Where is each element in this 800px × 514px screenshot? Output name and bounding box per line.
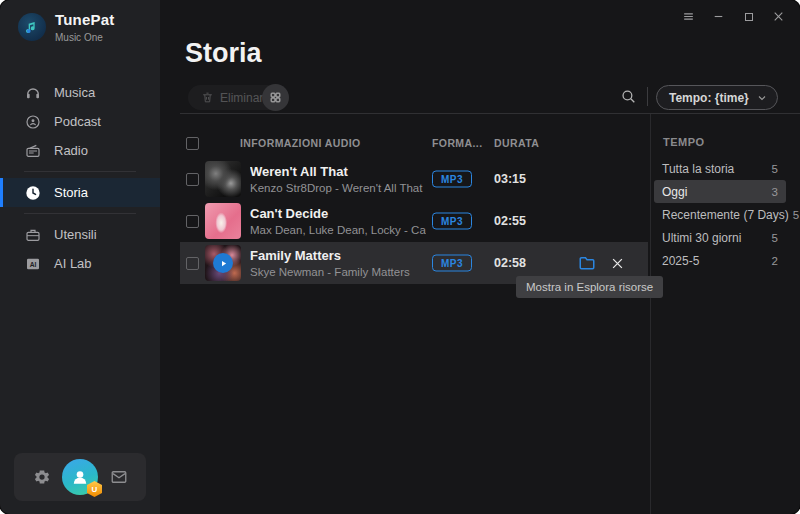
time-filter-count: 2 <box>772 255 778 267</box>
track-subtitle: Kenzo Str8Drop - Weren't All That <box>250 182 426 194</box>
row-checkbox[interactable] <box>186 173 199 186</box>
sidebar-item-ai-lab[interactable]: AI AI Lab <box>0 249 160 278</box>
grid-view-button[interactable] <box>262 84 289 111</box>
column-header-format[interactable]: FORMA... <box>432 137 482 149</box>
time-filter-count: 5 <box>793 209 799 221</box>
time-filter-all[interactable]: Tutta la storia 5 <box>654 157 786 180</box>
brand-product: Music One <box>55 32 114 43</box>
time-filter-dropdown[interactable]: Tempo: {time} <box>656 85 778 110</box>
toolbox-icon <box>24 226 41 243</box>
track-duration: 02:55 <box>494 214 526 228</box>
time-filter-count: 5 <box>772 163 778 175</box>
podcast-icon <box>24 113 41 130</box>
ai-lab-icon: AI <box>24 255 41 272</box>
table-row[interactable]: Can't Decide Max Dean, Luke Dean, Locky … <box>180 200 648 242</box>
format-badge: MP3 <box>432 255 472 272</box>
app-window: TunePat Music One Musica Podcast <box>0 0 800 514</box>
sidebar-nav: Musica Podcast Radio Storia <box>0 78 160 278</box>
track-subtitle: Max Dean, Luke Dean, Locky - Can't ... <box>250 224 426 236</box>
window-controls <box>681 9 786 24</box>
album-art <box>205 161 241 197</box>
time-filter-label: Recentemente (7 Days) <box>662 208 789 222</box>
brand-name: TunePat <box>55 11 114 28</box>
time-filter-list: Tutta la storia 5 Oggi 3 Recentemente (7… <box>650 157 800 272</box>
album-art <box>205 245 241 281</box>
table-row[interactable]: Weren't All That Kenzo Str8Drop - Weren'… <box>180 158 648 200</box>
sidebar-item-label: AI Lab <box>54 256 92 271</box>
chevron-down-icon <box>756 92 768 104</box>
sidebar-item-label: Radio <box>54 143 88 158</box>
sidebar-item-podcast[interactable]: Podcast <box>0 107 160 136</box>
brand: TunePat Music One <box>18 11 114 43</box>
radio-icon <box>24 142 41 159</box>
select-all-checkbox[interactable] <box>186 137 199 150</box>
search-icon[interactable] <box>620 88 637 105</box>
account-avatar[interactable]: U <box>62 459 98 495</box>
time-filter-value: Tempo: {time} <box>669 91 749 105</box>
sidebar-item-radio[interactable]: Radio <box>0 136 160 165</box>
tunepat-logo-icon <box>18 13 46 41</box>
format-badge: MP3 <box>432 213 472 230</box>
maximize-icon[interactable] <box>741 9 756 24</box>
toolbar-divider <box>647 87 648 106</box>
column-header-info[interactable]: INFORMAZIONI AUDIO <box>240 137 361 149</box>
time-filter-label: Oggi <box>662 185 687 199</box>
sidebar: TunePat Music One Musica Podcast <box>0 0 160 514</box>
show-in-explorer-folder-icon[interactable] <box>578 254 596 272</box>
tooltip: Mostra in Esplora risorse <box>516 276 663 298</box>
track-title: Weren't All That <box>250 164 426 179</box>
time-filter-panel: TEMPO Tutta la storia 5 Oggi 3 Recenteme… <box>650 114 800 514</box>
time-filter-count: 3 <box>772 186 778 198</box>
time-panel-title: TEMPO <box>663 136 705 148</box>
svg-text:AI: AI <box>29 261 36 268</box>
grid-icon <box>269 91 282 104</box>
time-filter-label: 2025-5 <box>662 254 699 268</box>
sidebar-divider <box>24 171 136 172</box>
clock-icon <box>24 184 41 201</box>
page-title: Storia <box>185 38 262 69</box>
headphones-icon <box>24 84 41 101</box>
remove-track-icon[interactable] <box>610 256 625 271</box>
track-subtitle: Skye Newman - Family Matters <box>250 266 426 278</box>
sidebar-item-label: Storia <box>54 185 88 200</box>
time-filter-last-30-days[interactable]: Ultimi 30 giorni 5 <box>654 226 786 249</box>
format-badge: MP3 <box>432 171 472 188</box>
mail-icon[interactable] <box>109 468 128 487</box>
album-art <box>205 203 241 239</box>
sidebar-item-label: Musica <box>54 85 95 100</box>
table-header: INFORMAZIONI AUDIO FORMA... DURATA <box>180 128 648 158</box>
sidebar-item-utensili[interactable]: Utensili <box>0 220 160 249</box>
sidebar-item-storia[interactable]: Storia <box>0 178 160 207</box>
time-filter-recent-7-days[interactable]: Recentemente (7 Days) 5 <box>654 203 786 226</box>
settings-gear-icon[interactable] <box>32 468 51 487</box>
sidebar-item-label: Podcast <box>54 114 101 129</box>
row-checkbox[interactable] <box>186 215 199 228</box>
time-filter-label: Ultimi 30 giorni <box>662 231 741 245</box>
minimize-icon[interactable] <box>711 9 726 24</box>
track-list: Weren't All That Kenzo Str8Drop - Weren'… <box>180 158 648 284</box>
column-header-duration[interactable]: DURATA <box>494 137 539 149</box>
time-filter-label: Tutta la storia <box>662 162 734 176</box>
close-icon[interactable] <box>771 9 786 24</box>
app-menu-icon[interactable] <box>681 9 696 24</box>
sidebar-item-label: Utensili <box>54 227 97 242</box>
sidebar-divider <box>24 213 136 214</box>
track-title: Family Matters <box>250 248 426 263</box>
trash-icon <box>201 91 214 104</box>
time-filter-count: 5 <box>772 232 778 244</box>
time-filter-2025-5[interactable]: 2025-5 2 <box>654 249 786 272</box>
sidebar-dock: U <box>14 453 146 501</box>
sidebar-item-musica[interactable]: Musica <box>0 78 160 107</box>
time-filter-today[interactable]: Oggi 3 <box>654 180 786 203</box>
track-title: Can't Decide <box>250 206 426 221</box>
play-button[interactable] <box>213 253 233 273</box>
row-checkbox[interactable] <box>186 257 199 270</box>
track-duration: 02:58 <box>494 256 526 270</box>
track-duration: 03:15 <box>494 172 526 186</box>
